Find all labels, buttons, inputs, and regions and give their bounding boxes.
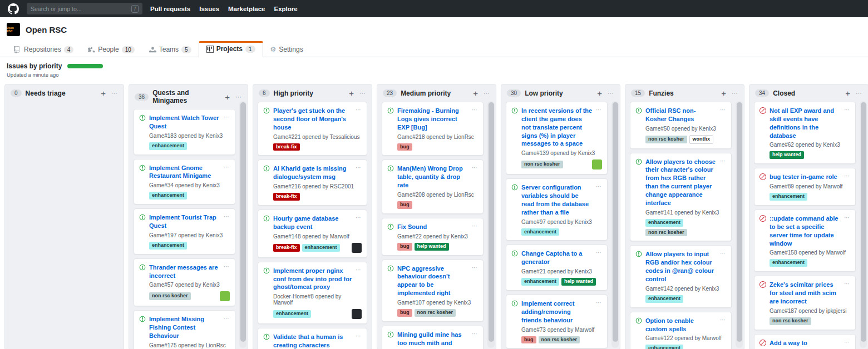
column-menu-button[interactable]: ⋯: [484, 90, 490, 96]
issue-label[interactable]: bug: [397, 143, 412, 151]
issue-label[interactable]: enhancement: [770, 259, 807, 267]
issue-label[interactable]: enhancement: [149, 242, 187, 250]
issue-card[interactable]: Implement Tourist Trap Quest⋯Game#197 op…: [134, 208, 235, 255]
issue-card[interactable]: Official RSC non-Kosher Changes⋯Game#50 …: [630, 102, 732, 149]
issue-card[interactable]: Hourly game database backup event⋯Game#1…: [258, 210, 367, 258]
issue-card[interactable]: ::update command able to be set a specif…: [754, 210, 856, 272]
issue-title[interactable]: Implement correct adding/removing friend…: [521, 300, 593, 325]
add-card-button[interactable]: +: [101, 89, 106, 97]
issue-label[interactable]: non rsc kosher: [770, 317, 811, 325]
issue-label[interactable]: non rsc kosher: [645, 229, 687, 237]
assignee-avatar[interactable]: [352, 309, 362, 319]
project-title[interactable]: Issues by priority: [7, 62, 62, 70]
issue-card[interactable]: Mining guild mine has too much mith and …: [382, 326, 484, 349]
card-menu-button[interactable]: ⋯: [844, 107, 850, 113]
add-card-button[interactable]: +: [845, 89, 850, 97]
issue-title[interactable]: Allow players to input RGB and/or hex co…: [645, 250, 717, 283]
add-card-button[interactable]: +: [597, 89, 602, 97]
tab-people[interactable]: People 10: [81, 42, 142, 57]
issue-label[interactable]: enhancement: [521, 278, 559, 286]
issue-label[interactable]: enhancement: [273, 310, 311, 318]
issue-card[interactable]: Player's get stuck on the second floor o…: [258, 102, 367, 156]
issue-card[interactable]: Implement Missing Fishing Contest Behavi…: [134, 310, 235, 349]
issue-card[interactable]: Zeke's scimitar prices for steel and mit…: [754, 276, 856, 330]
issue-label[interactable]: break-fix: [273, 244, 300, 252]
issue-label[interactable]: non rsc kosher: [645, 136, 687, 143]
card-menu-button[interactable]: ⋯: [356, 165, 362, 171]
issue-card[interactable]: Add a way to differentiate between dev a…: [754, 334, 856, 349]
search-input[interactable]: [31, 6, 114, 12]
issue-label[interactable]: bug: [521, 336, 536, 344]
org-avatar[interactable]: Open RSC: [7, 23, 20, 36]
issue-card[interactable]: Thrander messages are incorrect⋯Game#57 …: [134, 258, 235, 307]
issue-title[interactable]: Allow players to choose their character'…: [645, 158, 717, 207]
issue-label[interactable]: help wanted: [770, 151, 804, 159]
issue-title[interactable]: Zeke's scimitar prices for steel and mit…: [770, 281, 841, 306]
issue-card[interactable]: Change Captcha to a generator⋯Game#21 op…: [506, 245, 608, 291]
issue-card[interactable]: Validate that a human is creating charac…: [258, 328, 367, 349]
issue-label[interactable]: non rsc kosher: [521, 161, 563, 168]
card-menu-button[interactable]: ⋯: [596, 250, 602, 256]
card-menu-button[interactable]: ⋯: [844, 340, 850, 345]
issue-card[interactable]: Implement correct adding/removing friend…: [506, 295, 608, 348]
add-card-button[interactable]: +: [473, 89, 478, 97]
issue-title[interactable]: In recent versions of the client the gam…: [521, 107, 593, 148]
issue-title[interactable]: Player's get stuck on the second floor o…: [273, 107, 352, 132]
assignee-avatar[interactable]: [592, 159, 602, 169]
issue-title[interactable]: Add a way to differentiate between dev a…: [770, 339, 841, 349]
issue-label[interactable]: break-fix: [273, 143, 300, 151]
issue-title[interactable]: Official RSC non-Kosher Changes: [645, 107, 717, 123]
issue-label[interactable]: enhancement: [302, 244, 340, 252]
nav-issues[interactable]: Issues: [199, 6, 219, 12]
card-menu-button[interactable]: ⋯: [596, 107, 602, 113]
issue-label[interactable]: non rsc kosher: [149, 292, 191, 300]
column-menu-button[interactable]: ⋯: [235, 94, 242, 100]
issue-title[interactable]: Man(Men) Wrong Drop table, quantity & dr…: [397, 164, 468, 190]
issue-title[interactable]: Server configuration variables should be…: [521, 183, 593, 216]
issue-card[interactable]: Implement Watch Tower Quest⋯Game#183 ope…: [134, 109, 235, 155]
card-menu-button[interactable]: ⋯: [472, 265, 478, 271]
org-name[interactable]: Open RSC: [26, 25, 67, 34]
card-menu-button[interactable]: ⋯: [224, 316, 230, 321]
nav-explore[interactable]: Explore: [274, 6, 298, 12]
issue-card[interactable]: Not all EXP award and skill events have …: [754, 102, 856, 164]
add-card-button[interactable]: +: [225, 93, 230, 101]
card-menu-button[interactable]: ⋯: [472, 165, 478, 171]
card-menu-button[interactable]: ⋯: [472, 223, 478, 229]
column-menu-button[interactable]: ⋯: [111, 90, 118, 96]
issue-label[interactable]: enhancement: [645, 345, 683, 349]
issue-title[interactable]: Option to enable custom spells: [645, 317, 717, 333]
issue-title[interactable]: Implement Gnome Restaurant Minigame: [149, 164, 220, 181]
column-scrollbar-thumb[interactable]: [489, 102, 494, 342]
card-menu-button[interactable]: ⋯: [844, 215, 850, 221]
issue-card[interactable]: Option to enable custom spells⋯Game#122 …: [630, 312, 732, 349]
card-menu-button[interactable]: ⋯: [596, 184, 602, 190]
tab-settings[interactable]: ⚙ Settings: [263, 42, 310, 57]
card-menu-button[interactable]: ⋯: [844, 281, 850, 287]
card-menu-button[interactable]: ⋯: [720, 158, 726, 164]
issue-card[interactable]: Man(Men) Wrong Drop table, quantity & dr…: [382, 159, 484, 213]
card-menu-button[interactable]: ⋯: [844, 173, 850, 179]
card-menu-button[interactable]: ⋯: [356, 107, 362, 113]
tab-repositories[interactable]: Repositories 4: [7, 42, 81, 57]
issue-title[interactable]: Implement Watch Tower Quest: [149, 114, 220, 131]
issue-title[interactable]: Not all EXP award and skill events have …: [770, 107, 841, 139]
issue-card[interactable]: Implement Gnome Restaurant Minigame⋯Game…: [134, 159, 235, 205]
card-menu-button[interactable]: ⋯: [720, 107, 726, 113]
card-menu-button[interactable]: ⋯: [224, 114, 230, 120]
issue-card[interactable]: Firemaking - Burning Logs gives incorrec…: [382, 102, 484, 156]
card-menu-button[interactable]: ⋯: [356, 333, 362, 339]
issue-card[interactable]: NPC aggressive behaviour doesn't appear …: [382, 260, 484, 322]
issue-label[interactable]: enhancement: [645, 219, 683, 227]
issue-label[interactable]: non rsc kosher: [415, 309, 456, 317]
card-menu-button[interactable]: ⋯: [224, 164, 230, 170]
issue-label[interactable]: help wanted: [415, 243, 449, 251]
issue-title[interactable]: Al Kharid gate is missing dialogue/syste…: [273, 164, 352, 181]
assignee-avatar[interactable]: [220, 291, 230, 301]
column-menu-button[interactable]: ⋯: [608, 90, 614, 96]
issue-label[interactable]: help wanted: [561, 278, 596, 286]
card-menu-button[interactable]: ⋯: [356, 215, 362, 221]
card-menu-button[interactable]: ⋯: [224, 264, 230, 270]
card-menu-button[interactable]: ⋯: [356, 267, 362, 273]
issue-title[interactable]: Hourly game database backup event: [273, 215, 352, 231]
